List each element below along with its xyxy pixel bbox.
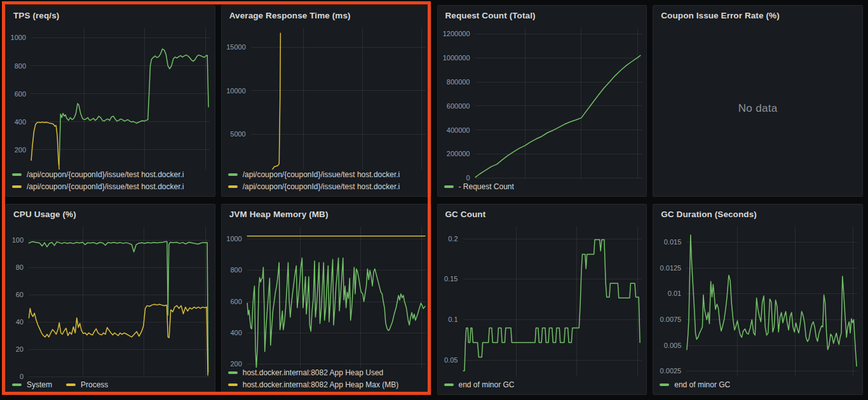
request-count-chart-area[interactable]: 0200000400000600000800000100000012000000…	[438, 22, 647, 182]
y-tick-label: 800000	[438, 78, 470, 86]
y-tick-label: 0.01	[653, 290, 681, 297]
series-swatch	[444, 383, 454, 386]
legend-label: end of minor GC	[674, 380, 730, 389]
panel-request-count: Request Count (Total) 020000040000060000…	[437, 5, 648, 197]
y-tick-label: 0.015	[653, 238, 681, 246]
legend-item[interactable]: end of minor GC	[660, 380, 730, 389]
x-tick-label: 00:50	[623, 180, 646, 182]
legend-label: host.docker.internal:8082 App Heap Used	[243, 368, 383, 377]
y-tick-label: 80	[6, 263, 24, 271]
panel-title-gc-duration[interactable]: GC Duration (Seconds)	[653, 204, 862, 220]
y-tick-label: 600	[6, 90, 26, 98]
cpu-usage-legend: SystemProcess	[6, 380, 215, 394]
legend-item[interactable]: host.docker.internal:8082 App Heap Used	[228, 368, 424, 377]
panel-gc-duration: GC Duration (Seconds) 0.00250.0050.00750…	[653, 204, 863, 396]
x-tick-label: 00:40	[782, 379, 810, 380]
request-count-legend: - Request Count	[438, 182, 647, 196]
y-tick-label: 0.05	[438, 356, 458, 364]
y-tick-label: 0.0025	[653, 367, 681, 375]
panel-title-gc-count[interactable]: GC Count	[438, 204, 647, 220]
gc-duration-chart-area[interactable]: 0.00250.0050.00750.010.01250.01500:3000:…	[653, 220, 862, 380]
y-tick-label: 600	[222, 298, 242, 305]
y-tick-label: 200000	[438, 150, 470, 157]
y-tick-label: 1000000	[438, 54, 470, 62]
y-tick-label: 0.2	[438, 235, 458, 243]
x-tick-label: 00:50	[839, 379, 862, 380]
jvm-heap-chart-area[interactable]: 200400600800100000:3000:4000:50	[222, 220, 431, 368]
legend-item[interactable]: /api/coupon/{couponId}/issue/test host.d…	[12, 182, 208, 191]
avg-response-time-chart-area[interactable]: 05000100001500000:3000:4000:50	[222, 22, 431, 170]
y-tick-label: 10000	[222, 87, 246, 95]
y-tick-label: 0	[6, 373, 24, 380]
y-tick-label: 15000	[222, 43, 246, 51]
chart-svg	[653, 220, 862, 380]
series-swatch	[12, 173, 22, 176]
y-tick-label: 600000	[438, 102, 470, 110]
legend-item[interactable]: - Request Count	[444, 182, 514, 191]
panel-title-cpu-usage[interactable]: CPU Usage (%)	[6, 204, 215, 220]
panel-cpu-usage: CPU Usage (%) 02040608010000:3000:4000:5…	[5, 204, 215, 396]
chart-svg	[6, 220, 215, 380]
panel-gc-count: GC Count 0.050.10.150.200:3000:4000:50 e…	[437, 204, 648, 396]
y-tick-label: 40	[6, 318, 24, 326]
legend-label: /api/coupon/{couponId}/issue/test host.d…	[243, 170, 400, 179]
panel-title-jvm-heap[interactable]: JVM Heap Memory (MB)	[222, 204, 431, 220]
chart-svg	[222, 22, 431, 170]
x-tick-label: 00:50	[191, 379, 215, 380]
x-tick-label: 00:40	[562, 379, 590, 380]
chart-svg	[222, 220, 431, 368]
legend-label: host.docker.internal:8082 App Heap Max (…	[243, 380, 398, 389]
gc-count-legend: end of minor GC	[438, 380, 647, 394]
legend-item[interactable]: Process	[66, 380, 108, 389]
legend-item[interactable]: /api/coupon/{couponId}/issue/test host.d…	[228, 170, 424, 179]
y-tick-label: 400	[6, 118, 26, 126]
legend-label: /api/coupon/{couponId}/issue/test host.d…	[27, 170, 184, 179]
y-tick-label: 400000	[438, 126, 470, 134]
legend-item[interactable]: host.docker.internal:8082 App Heap Max (…	[228, 380, 424, 389]
legend-label: end of minor GC	[459, 380, 515, 389]
series-swatch	[228, 371, 238, 374]
legend-item[interactable]: System	[12, 380, 52, 389]
y-tick-label: 0.1	[438, 316, 458, 323]
no-data-message: No data	[653, 22, 862, 196]
series-swatch	[12, 383, 22, 386]
panel-title-request-count[interactable]: Request Count (Total)	[438, 6, 647, 22]
series-swatch	[228, 185, 238, 188]
coupon-error-rate-chart-area[interactable]: No data	[653, 22, 862, 196]
legend-label: System	[27, 380, 52, 389]
panel-tps: TPS (req/s) 0200400600800100000:3000:400…	[5, 5, 215, 197]
panel-title-coupon-error-rate[interactable]: Coupon Issue Error Rate (%)	[653, 6, 862, 22]
chart-svg	[438, 220, 647, 380]
legend-item[interactable]: /api/coupon/{couponId}/issue/test host.d…	[228, 182, 424, 191]
legend-item[interactable]: /api/coupon/{couponId}/issue/test host.d…	[12, 170, 208, 179]
gc-count-chart-area[interactable]: 0.050.10.150.200:3000:4000:50	[438, 220, 647, 380]
chart-svg	[6, 22, 215, 170]
series-swatch	[228, 173, 238, 176]
panel-title-tps[interactable]: TPS (req/s)	[6, 6, 215, 22]
y-tick-label: 400	[222, 329, 242, 337]
cpu-usage-chart-area[interactable]: 02040608010000:3000:4000:50	[6, 220, 215, 380]
y-tick-label: 0	[438, 174, 470, 182]
y-tick-label: 60	[6, 291, 24, 298]
x-tick-label: 00:50	[623, 379, 646, 380]
series-swatch	[12, 185, 22, 188]
y-tick-label: 200	[222, 360, 242, 368]
x-tick-label: 00:30	[69, 379, 97, 380]
legend-label: Process	[81, 380, 108, 389]
series-swatch	[66, 383, 76, 386]
panel-coupon-error-rate: Coupon Issue Error Rate (%) No data	[653, 5, 863, 197]
series-swatch	[444, 185, 454, 188]
avg-response-time-legend: /api/coupon/{couponId}/issue/test host.d…	[222, 170, 431, 196]
x-tick-label: 00:30	[724, 379, 752, 380]
tps-chart-area[interactable]: 0200400600800100000:3000:4000:50	[6, 22, 215, 170]
legend-item[interactable]: end of minor GC	[444, 380, 515, 389]
y-tick-label: 0.15	[438, 275, 458, 283]
legend-label: /api/coupon/{couponId}/issue/test host.d…	[27, 182, 184, 191]
x-tick-label: 00:30	[511, 180, 539, 182]
y-tick-label: 1000	[222, 235, 242, 243]
y-tick-label: 0.0125	[653, 264, 681, 272]
y-tick-label: 1000	[6, 34, 26, 41]
panel-title-avg-response-time[interactable]: Average Response Time (ms)	[222, 6, 431, 22]
x-tick-label: 00:30	[502, 379, 530, 380]
series-swatch	[660, 383, 669, 386]
